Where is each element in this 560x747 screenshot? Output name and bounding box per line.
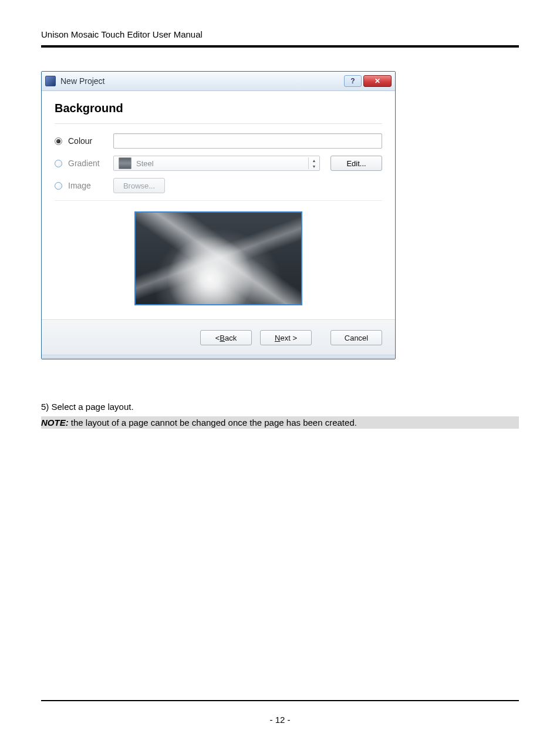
doc-header: Unison Mosaic Touch Editor User Manual — [41, 29, 519, 39]
radio-label: Gradient — [68, 159, 100, 168]
radio-gradient[interactable]: Gradient — [55, 159, 113, 168]
cancel-button[interactable]: Cancel — [330, 330, 382, 345]
radio-icon — [55, 160, 62, 167]
radio-label: Image — [68, 181, 91, 190]
next-button[interactable]: Next > — [260, 330, 312, 345]
dialog-title: New Project — [60, 76, 104, 86]
footer-rule — [41, 700, 519, 701]
wizard-button-bar: < Back Next > Cancel — [42, 320, 395, 355]
gradient-preview-swatch — [119, 157, 131, 169]
note-band: NOTE: the layout of a page cannot be cha… — [41, 416, 519, 429]
note-label: NOTE: — [41, 418, 69, 428]
gradient-preset-label: Steel — [136, 159, 308, 168]
option-row-image: Image Browse... — [55, 174, 382, 197]
note-text: the layout of a page cannot be changed o… — [69, 418, 357, 428]
app-icon — [45, 76, 56, 86]
gradient-spinner[interactable] — [308, 157, 319, 169]
background-preview[interactable] — [134, 211, 302, 305]
colour-swatch[interactable] — [113, 133, 382, 149]
gradient-edit-button[interactable]: Edit... — [330, 156, 382, 171]
section-title-background: Background — [55, 102, 382, 115]
option-row-gradient: Gradient Steel Edit... — [55, 152, 382, 174]
dialog-bottom-border — [42, 355, 395, 359]
dialog-titlebar[interactable]: New Project ? ✕ — [42, 72, 395, 91]
back-button[interactable]: < Back — [200, 330, 252, 345]
close-button[interactable]: ✕ — [363, 75, 392, 87]
step-5-text: 5) Select a page layout. — [41, 401, 519, 414]
radio-icon — [55, 137, 62, 145]
image-browse-button[interactable]: Browse... — [113, 178, 165, 193]
new-project-dialog: New Project ? ✕ Background Colour — [41, 71, 396, 359]
chevron-up-icon — [309, 157, 319, 163]
chevron-down-icon — [309, 163, 319, 169]
radio-icon — [55, 182, 62, 190]
header-rule — [41, 45, 519, 48]
radio-label: Colour — [68, 136, 92, 146]
gradient-preset-field[interactable]: Steel — [113, 156, 320, 171]
help-button[interactable]: ? — [344, 75, 362, 87]
radio-image[interactable]: Image — [55, 181, 113, 190]
preview-area — [55, 200, 382, 319]
page-number: - 12 - — [0, 715, 560, 725]
option-row-colour: Colour — [55, 130, 382, 152]
radio-colour[interactable]: Colour — [55, 136, 113, 146]
